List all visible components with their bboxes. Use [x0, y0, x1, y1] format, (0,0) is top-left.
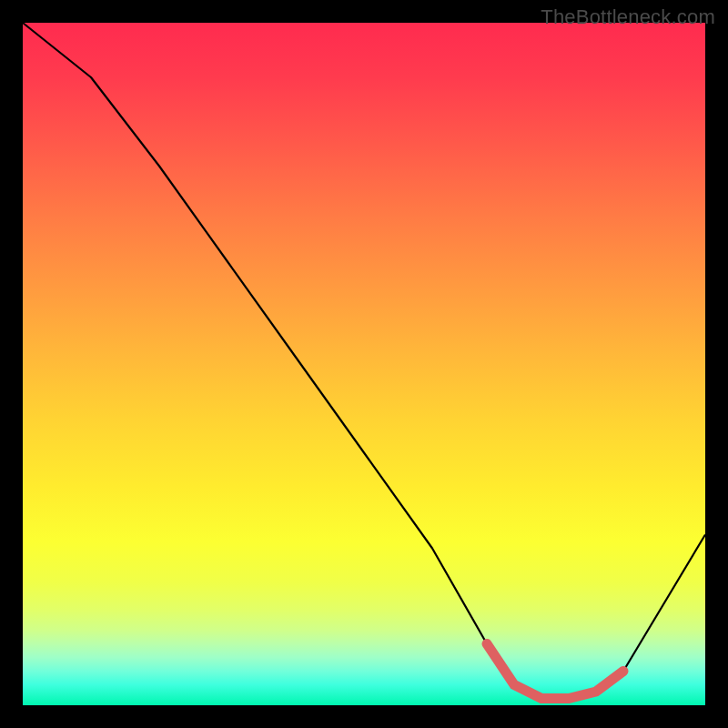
highlight-segment: [487, 644, 623, 699]
watermark-text: TheBottleneck.com: [541, 5, 715, 29]
curve-line: [23, 23, 705, 699]
chart-svg: [23, 23, 705, 705]
